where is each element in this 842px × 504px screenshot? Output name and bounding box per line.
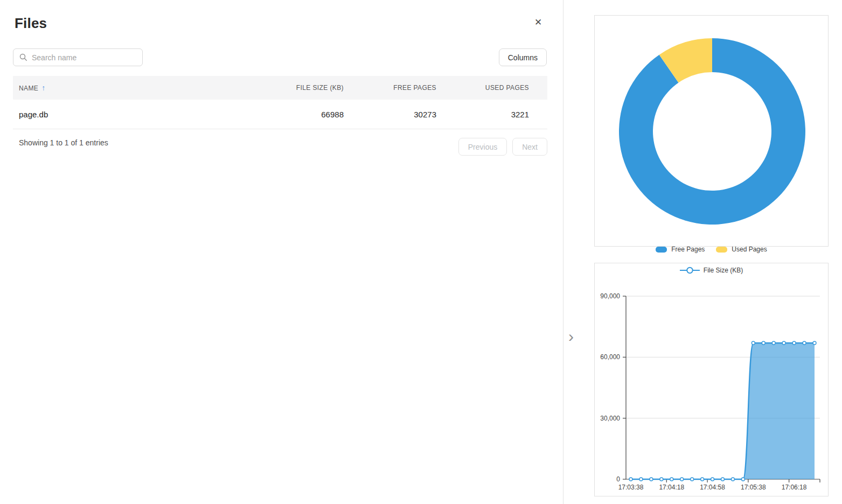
pages-donut-chart [595,16,829,247]
chevron-right-icon[interactable]: › [564,328,578,345]
cell-used-pages: 3221 [436,110,529,119]
legend-swatch [656,247,667,253]
pagination-controls: Previous Next [458,138,547,156]
file-size-line-chart-card: File Size (KB)030,00060,00090,00017:03:3… [594,263,829,496]
y-tick-label: 90,000 [600,292,620,300]
data-point [721,478,725,481]
column-header-free-pages[interactable]: FREE PAGES [344,84,436,92]
legend-label: Used Pages [732,246,767,253]
cell-file-size: 66988 [247,110,344,119]
data-point [772,341,775,345]
data-point [701,478,704,481]
x-tick-label: 17:05:38 [741,484,766,491]
legend-item-used-pages[interactable]: Used Pages [716,246,767,253]
columns-button[interactable]: Columns [499,48,547,66]
panel-divider [563,0,563,504]
cell-free-pages: 30273 [344,110,436,119]
data-point [731,478,734,481]
pages-donut-chart-card: Free PagesUsed Pages [594,15,829,247]
table-row[interactable]: page.db 66988 30273 3221 [13,100,547,129]
data-point [813,341,816,345]
data-point [741,478,744,481]
search-input[interactable] [13,48,143,66]
data-point [803,341,806,345]
search-box [13,48,143,66]
legend-item-free-pages[interactable]: Free Pages [656,246,705,253]
data-point [639,478,643,481]
files-panel: Files ✕ Columns NAME↑ FILE SIZE (KB) FRE… [0,0,562,504]
data-point [762,341,765,345]
file-size-line-chart: 030,00060,00090,00017:03:3817:04:1817:04… [595,263,829,497]
cell-file-name: page.db [13,110,247,119]
files-table: NAME↑ FILE SIZE (KB) FREE PAGES USED PAG… [13,76,547,129]
area-fill [631,343,815,479]
data-point [680,478,684,481]
legend-swatch [716,247,727,253]
page-title: Files [15,15,47,32]
column-header-file-size[interactable]: FILE SIZE (KB) [247,84,344,92]
data-point [711,478,714,481]
y-tick-label: 0 [616,475,620,483]
sort-ascending-icon: ↑ [41,83,45,92]
x-tick-label: 17:04:18 [659,484,684,491]
close-icon[interactable]: ✕ [532,17,544,29]
x-tick-label: 17:03:38 [618,484,644,491]
search-icon [19,53,27,61]
x-tick-label: 17:06:18 [782,484,807,491]
data-point [691,478,694,481]
x-tick-label: 17:04:58 [700,484,725,491]
column-header-name[interactable]: NAME↑ [13,83,247,92]
data-point [782,341,785,345]
legend-label: Free Pages [671,246,705,253]
data-point [751,341,755,345]
previous-button[interactable]: Previous [458,138,507,156]
next-button[interactable]: Next [512,138,547,156]
data-point [670,478,673,481]
pagination-summary: Showing 1 to 1 of 1 entries [19,138,108,147]
table-header-row: NAME↑ FILE SIZE (KB) FREE PAGES USED PAG… [13,76,547,100]
data-point [660,478,663,481]
column-header-used-pages[interactable]: USED PAGES [436,84,529,92]
data-point [650,478,653,481]
donut-legend: Free PagesUsed Pages [595,246,828,253]
y-tick-label: 60,000 [600,353,620,361]
y-tick-label: 30,000 [600,415,620,422]
data-point [792,341,796,345]
data-point [629,478,632,481]
